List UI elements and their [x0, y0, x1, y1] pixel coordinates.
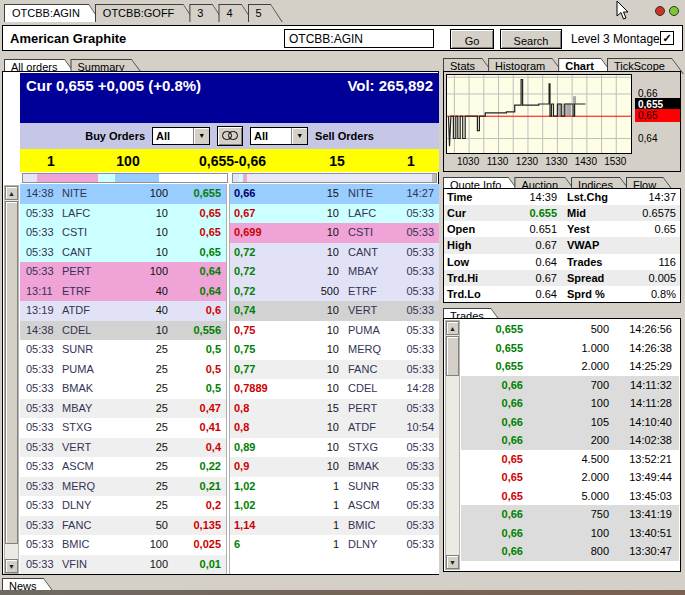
ask-row[interactable]: 0,7210MBAY05:33 [230, 262, 439, 282]
ask-row[interactable]: 0,910BMAK05:33 [230, 457, 439, 477]
ask-row[interactable]: 0,7210CANT05:33 [230, 243, 439, 263]
bid-row[interactable]: 05:33CANT100,65 [20, 243, 226, 263]
sell-orders-label: Sell Orders [315, 130, 374, 142]
order-book: 14:38NITE1000,65505:33LAFC100,6505:33CST… [20, 184, 439, 574]
level3-montage-checkbox[interactable]: ✓ [660, 31, 674, 45]
trade-row: 0,6610514:10:40 [461, 413, 679, 432]
scroll-up-icon[interactable]: ▲ [5, 186, 18, 200]
bid-row[interactable]: 05:33PUMA250,5 [20, 360, 226, 380]
bid-row[interactable]: 14:38CDEL100,556 [20, 321, 226, 341]
bid-row[interactable]: 14:38NITE1000,655 [20, 184, 226, 204]
symbol-input[interactable] [284, 29, 434, 48]
ask-row[interactable]: 1,021SUNR05:33 [230, 477, 439, 497]
trade-row: 0,652.00013:49:44 [461, 468, 679, 487]
scroll-up-icon[interactable]: ▲ [446, 321, 459, 335]
ask-row[interactable]: 0,7510MERQ05:33 [230, 340, 439, 360]
ask-row[interactable]: 0,8910STXG05:33 [230, 438, 439, 458]
current-price-line: Cur 0,655 +0,005 (+0.8%) [26, 77, 201, 94]
scroll-down-icon[interactable]: ▼ [5, 559, 18, 573]
tab-otcbb-agin[interactable]: OTCBB:AGIN [4, 4, 101, 22]
bid-depth-bar [22, 173, 228, 183]
quote-row: Trd.Hi0.67Spread0.005 [444, 270, 680, 286]
trade-row: 0,6675013:41:19 [461, 505, 679, 524]
ask-row[interactable]: 0,810ATDF10:54 [230, 418, 439, 438]
ask-depth-bar [232, 173, 438, 183]
ask-row[interactable]: 0,7410VERT05:33 [230, 301, 439, 321]
quote-row: Cur0.655Mid0.6575 [444, 205, 680, 221]
ask-row[interactable] [230, 555, 439, 575]
trade-row: 0,65550014:26:56 [461, 320, 679, 339]
tab-otcbb-goff[interactable]: OTCBB:GOFF [95, 4, 196, 22]
trades-panel: ▲ ▼ 0,65550014:26:560,6551.00014:26:380,… [443, 318, 681, 572]
bid-row[interactable]: 05:33VERT250,4 [20, 438, 226, 458]
bid-row[interactable]: 05:33MERQ250,21 [20, 477, 226, 497]
ask-row[interactable]: 0,7710FANC05:33 [230, 360, 439, 380]
trade-row: 0,6680013:30:47 [461, 542, 679, 561]
chevron-down-icon: ▼ [193, 128, 209, 144]
chain-link-icon [222, 131, 238, 140]
quote-info-panel: Time14:39Lst.Chg14:37Cur0.655Mid0.6575Op… [443, 188, 681, 303]
trade-row: 0,6610014:11:28 [461, 394, 679, 413]
volume-line: Vol: 265,892 [347, 77, 433, 94]
trade-row: 0,6620014:02:38 [461, 431, 679, 450]
buy-orders-label: Buy Orders [85, 130, 145, 142]
bid-row[interactable]: 05:33CSTI100,65 [20, 223, 226, 243]
quote-row: High0.67VWAP [444, 237, 680, 253]
tab-5[interactable]: 5 [248, 4, 283, 22]
trade-row: 0,654.50013:52:21 [461, 450, 679, 469]
bid-row[interactable]: 05:33FANC500,135 [20, 516, 226, 536]
bid-row[interactable]: 05:33STXG250,41 [20, 418, 226, 438]
security-name: American Graphite [10, 31, 126, 46]
ask-row[interactable]: 0,69910CSTI05:33 [230, 223, 439, 243]
chart-panel: 103011301230133014301530 0,660,6550,650,… [443, 71, 681, 172]
bid-row[interactable]: 05:33ASCM250,22 [20, 457, 226, 477]
bid-row[interactable]: 05:33DLNY250,2 [20, 496, 226, 516]
symbol-tabbar: OTCBB:AGIN OTCBB:GOFF 3 4 5 [4, 2, 277, 22]
trades-scroll-thumb[interactable] [446, 336, 459, 376]
bid-row[interactable]: 05:33SUNR250,5 [20, 340, 226, 360]
bid-row[interactable]: 13:11ETRF400,64 [20, 282, 226, 302]
ticker-banner: Cur 0,655 +0,005 (+0.8%) Vol: 265,892 [20, 73, 439, 123]
header-bar: American Graphite Go Search Level 3 Mont… [2, 25, 683, 51]
book-scroll-thumb[interactable] [5, 201, 18, 544]
bid-row[interactable]: 13:19ATDF400,6 [20, 301, 226, 321]
ask-row[interactable]: 0,6710LAFC05:33 [230, 204, 439, 224]
bid-size-total: 100 [82, 153, 174, 169]
book-scrollbar[interactable]: ▲ ▼ [4, 185, 19, 574]
ask-row[interactable]: 1,021ASCM05:33 [230, 496, 439, 516]
trade-row: 0,6670014:11:32 [461, 376, 679, 395]
bid-row[interactable]: 05:33MBAY250,47 [20, 399, 226, 419]
inside-spread: 0,655-0,66 [174, 153, 291, 169]
price-chart [446, 74, 632, 154]
ask-row[interactable]: 61DLNY05:33 [230, 535, 439, 555]
trade-row: 0,6610013:40:51 [461, 524, 679, 543]
link-filters-button[interactable] [217, 126, 243, 146]
trade-row: 0,6552.00014:25:29 [461, 357, 679, 376]
sell-filter-select[interactable]: All ▼ [250, 127, 308, 145]
y-axis-label: 0,65 [635, 109, 680, 122]
ask-rows: 0,6615NITE14:270,6710LAFC05:330,69910CST… [230, 184, 439, 574]
buy-filter-select[interactable]: All ▼ [152, 127, 210, 145]
scroll-down-icon[interactable]: ▼ [446, 555, 459, 569]
trades-scrollbar[interactable]: ▲ ▼ [445, 320, 460, 570]
ask-row[interactable]: 0,788910CDEL14:28 [230, 379, 439, 399]
ask-row[interactable]: 0,6615NITE14:27 [230, 184, 439, 204]
bid-row[interactable]: 05:33PERT1000,64 [20, 262, 226, 282]
montage-panel: ▲ ▼ Cur 0,655 +0,005 (+0.8%) Vol: 265,89… [2, 71, 439, 575]
bid-mm-count: 1 [20, 153, 82, 169]
bid-row[interactable]: 05:33LAFC100,65 [20, 204, 226, 224]
ask-row[interactable]: 1,141BMIC05:33 [230, 516, 439, 536]
go-button[interactable]: Go [450, 29, 494, 49]
bid-row[interactable]: 05:33BMAK250,5 [20, 379, 226, 399]
ask-row[interactable]: 0,72500ETRF05:33 [230, 282, 439, 302]
bid-row[interactable]: 05:33VFIN1000,01 [20, 555, 226, 575]
level3-montage-label: Level 3 Montage [571, 32, 660, 46]
chart-x-axis: 103011301230133014301530 [446, 156, 632, 170]
quote-row: Low0.64Trades116 [444, 254, 680, 270]
search-button[interactable]: Search [500, 29, 562, 49]
bid-rows: 14:38NITE1000,65505:33LAFC100,6505:33CST… [20, 184, 226, 574]
bid-row[interactable]: 05:33BMIC1000,025 [20, 535, 226, 555]
ask-row[interactable]: 0,7510PUMA05:33 [230, 321, 439, 341]
ask-row[interactable]: 0,815PERT05:33 [230, 399, 439, 419]
green-status-light-icon [669, 6, 679, 16]
